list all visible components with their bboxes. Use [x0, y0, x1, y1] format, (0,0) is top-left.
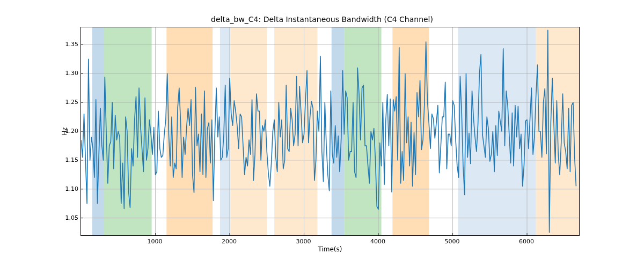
- line-chart-svg: [81, 27, 579, 235]
- x-axis-label: Time(s): [80, 245, 580, 253]
- x-tick-label: 3000: [296, 238, 311, 245]
- x-tick-label: 1000: [148, 238, 163, 245]
- x-tick-label: 5000: [445, 238, 460, 245]
- y-axis-label-container: Hz: [60, 27, 69, 236]
- x-tick-label: 4000: [370, 238, 385, 245]
- x-tick-label: 2000: [222, 238, 237, 245]
- plot-area: [80, 27, 580, 236]
- x-tick-label: 6000: [519, 238, 534, 245]
- chart-title: delta_bw_C4: Delta Instantaneous Bandwid…: [0, 15, 644, 24]
- y-axis-label: Hz: [61, 127, 68, 135]
- figure: delta_bw_C4: Delta Instantaneous Bandwid…: [0, 0, 644, 268]
